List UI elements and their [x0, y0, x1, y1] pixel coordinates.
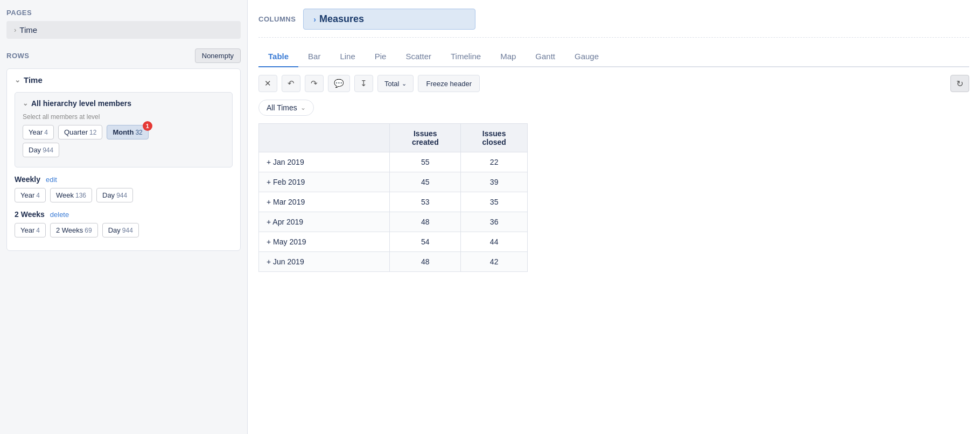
two-weeks-day-count: 944 [122, 227, 133, 234]
two-weeks-label: 2 Weeks [15, 210, 45, 219]
two-weeks-year-pill[interactable]: Year 4 [15, 223, 46, 237]
refresh-button[interactable]: ↻ [950, 75, 969, 92]
pages-time-pill[interactable]: › Time [6, 21, 241, 39]
hierarchy-pills-row-2: Day 944 [23, 143, 225, 157]
table-cell-label[interactable]: + Jun 2019 [259, 252, 390, 272]
tab-bar[interactable]: Bar [298, 46, 330, 67]
table-cell-issues-closed: 22 [461, 152, 528, 172]
level-pill-day[interactable]: Day 944 [23, 143, 59, 157]
quarter-label: Quarter [64, 128, 88, 136]
all-times-filter[interactable]: All Times ⌄ [258, 100, 314, 116]
weekly-day-label: Day [102, 191, 115, 199]
tab-timeline[interactable]: Timeline [441, 46, 491, 67]
two-weeks-delete-link[interactable]: delete [50, 211, 69, 219]
table-row: + Jan 20195522 [259, 152, 528, 172]
weekly-year-pill[interactable]: Year 4 [15, 188, 46, 202]
table-cell-label[interactable]: + Apr 2019 [259, 212, 390, 232]
toolbar: ✕ ↶ ↷ 💬 ↧ Total ⌄ Freeze header ↻ [258, 75, 969, 92]
filter-bar: All Times ⌄ [258, 100, 969, 116]
measures-chevron-icon: › [313, 15, 316, 24]
two-weeks-header: 2 Weeks delete [15, 210, 233, 219]
tab-scatter[interactable]: Scatter [396, 46, 441, 67]
two-weeks-day-label: Day [108, 226, 121, 234]
table-cell-issues-created: 54 [390, 232, 461, 252]
weekly-week-pill[interactable]: Week 136 [50, 188, 92, 202]
table-cell-label[interactable]: + Jan 2019 [259, 152, 390, 172]
table-cell-issues-closed: 42 [461, 252, 528, 272]
two-weeks-year-label: Year [20, 226, 34, 234]
table-cell-issues-created: 55 [390, 152, 461, 172]
measures-pill[interactable]: › Measures [303, 9, 475, 30]
hierarchy-pills-row: Year 4 Quarter 12 Month 32 1 [23, 125, 225, 139]
tab-map[interactable]: Map [491, 46, 526, 67]
pages-label: Pages [6, 9, 241, 17]
month-label: Month [113, 128, 134, 136]
hierarchy-block: ⌄ All hierarchy level members Select all… [15, 92, 233, 167]
table-header-issues-closed: Issuesclosed [461, 124, 528, 152]
two-weeks-2weeks-label: 2 Weeks [56, 226, 83, 234]
two-weeks-block: 2 Weeks delete Year 4 2 Weeks 69 Day 944 [15, 210, 233, 237]
table-cell-issues-created: 53 [390, 192, 461, 212]
table-row: + Jun 20194842 [259, 252, 528, 272]
year-label: Year [29, 128, 43, 136]
level-pill-quarter[interactable]: Quarter 12 [58, 125, 102, 139]
weekly-pills-row: Year 4 Week 136 Day 944 [15, 188, 233, 202]
cross-icon-button[interactable]: ✕ [258, 75, 277, 92]
two-weeks-pills-row: Year 4 2 Weeks 69 Day 944 [15, 223, 233, 237]
hierarchy-title-label: All hierarchy level members [31, 99, 131, 108]
rows-time-section: ⌄ Time [15, 75, 233, 85]
tab-line[interactable]: Line [330, 46, 365, 67]
columns-header: Columns › Measures [258, 9, 969, 38]
download-button[interactable]: ↧ [354, 75, 373, 92]
table-cell-label[interactable]: + Feb 2019 [259, 172, 390, 192]
rows-chevron-down-icon: ⌄ [15, 76, 20, 84]
weekly-week-count: 136 [75, 192, 86, 199]
hierarchy-chevron-icon: ⌄ [23, 100, 28, 107]
rows-label: Rows [6, 52, 30, 60]
table-row: + Feb 20194539 [259, 172, 528, 192]
month-badge: 1 [143, 121, 152, 131]
weekly-edit-link[interactable]: edit [46, 176, 57, 184]
weekly-week-label: Week [56, 191, 74, 199]
table-container: Issuescreated Issuesclosed + Jan 2019552… [258, 123, 969, 272]
tab-pie[interactable]: Pie [365, 46, 396, 67]
level-pill-month[interactable]: Month 32 1 [107, 125, 148, 139]
weekly-block: Weekly edit Year 4 Week 136 Day 944 [15, 175, 233, 202]
nonempty-button[interactable]: Nonempty [195, 48, 241, 63]
two-weeks-2weeks-count: 69 [85, 227, 92, 234]
tab-gantt[interactable]: Gantt [526, 46, 565, 67]
day-label: Day [29, 146, 41, 154]
weekly-label: Weekly [15, 175, 40, 184]
redo-button[interactable]: ↷ [305, 75, 324, 92]
rows-header: Rows Nonempty [6, 48, 241, 63]
all-times-label: All Times [267, 103, 297, 112]
day-count: 944 [43, 146, 53, 154]
table-cell-label[interactable]: + Mar 2019 [259, 192, 390, 212]
undo-button[interactable]: ↶ [282, 75, 300, 92]
filter-chevron-icon: ⌄ [300, 104, 306, 111]
table-cell-issues-created: 45 [390, 172, 461, 192]
total-chevron-icon: ⌄ [402, 80, 407, 87]
toolbar-right-spacer: ↻ [950, 75, 969, 92]
table-row: + Mar 20195335 [259, 192, 528, 212]
comment-button[interactable]: 💬 [328, 75, 350, 92]
two-weeks-day-pill[interactable]: Day 944 [102, 223, 139, 237]
table-cell-issues-closed: 36 [461, 212, 528, 232]
chart-tabs: Table Bar Line Pie Scatter Timeline Map … [258, 46, 969, 67]
total-label: Total [384, 80, 399, 88]
weekly-day-count: 944 [116, 192, 127, 199]
quarter-count: 12 [89, 129, 96, 136]
total-dropdown[interactable]: Total ⌄ [377, 75, 414, 92]
weekly-year-count: 4 [36, 192, 40, 199]
month-count: 32 [135, 129, 142, 136]
weekly-year-label: Year [20, 191, 34, 199]
table-cell-label[interactable]: + May 2019 [259, 232, 390, 252]
two-weeks-2weeks-pill[interactable]: 2 Weeks 69 [50, 223, 98, 237]
table-cell-issues-created: 48 [390, 212, 461, 232]
weekly-day-pill[interactable]: Day 944 [96, 188, 133, 202]
tab-gauge[interactable]: Gauge [565, 46, 608, 67]
tab-table[interactable]: Table [258, 46, 298, 67]
level-pill-year[interactable]: Year 4 [23, 125, 54, 139]
freeze-header-button[interactable]: Freeze header [418, 75, 480, 92]
pages-time-label: Time [19, 25, 37, 34]
